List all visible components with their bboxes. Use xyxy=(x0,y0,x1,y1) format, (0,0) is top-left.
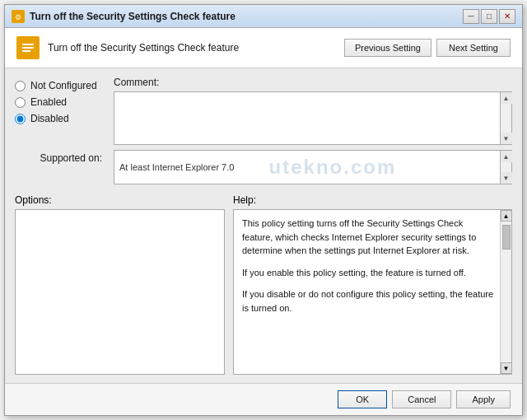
options-col-label: Options: xyxy=(15,194,225,206)
svg-text:⚙: ⚙ xyxy=(15,13,21,21)
help-col-label: Help: xyxy=(233,194,512,206)
radio-input-not-configured[interactable] xyxy=(15,81,26,91)
header-buttons: Previous Setting Next Setting xyxy=(344,39,511,57)
supported-row: Supported on: At least Internet Explorer… xyxy=(5,145,522,189)
window-title: Turn off the Security Settings Check fea… xyxy=(30,11,463,22)
cancel-button[interactable]: Cancel xyxy=(392,390,451,408)
watermark: utekno.com xyxy=(269,156,397,179)
help-scrollbar: ▲ ▼ xyxy=(500,210,511,374)
radio-enabled[interactable]: Enabled xyxy=(15,96,105,108)
radio-input-enabled[interactable] xyxy=(15,97,26,108)
radio-label-not-configured: Not Configured xyxy=(30,80,97,91)
title-bar-controls: ─ □ ✕ xyxy=(463,9,515,24)
supported-value: At least Internet Explorer 7.0 xyxy=(119,162,234,172)
comment-label: Comment: xyxy=(114,77,512,88)
help-paragraph-3: If you disable or do not configure this … xyxy=(242,287,495,315)
title-bar: ⚙ Turn off the Security Settings Check f… xyxy=(5,5,522,28)
supported-label: Supported on: xyxy=(40,152,102,164)
svg-rect-5 xyxy=(22,50,30,52)
radio-not-configured[interactable]: Not Configured xyxy=(15,80,105,91)
next-setting-button[interactable]: Next Setting xyxy=(436,39,511,57)
svg-rect-4 xyxy=(22,47,34,49)
help-scroll-down[interactable]: ▼ xyxy=(501,362,512,374)
minimize-button[interactable]: ─ xyxy=(463,9,479,24)
supported-value-box: At least Internet Explorer 7.0 utekno.co… xyxy=(114,150,501,184)
footer: OK Cancel Apply xyxy=(5,383,522,415)
header-title: Turn off the Security Settings Check fea… xyxy=(48,42,239,54)
main-window: ⚙ Turn off the Security Settings Check f… xyxy=(4,4,523,416)
panels-row: This policy setting turns off the Securi… xyxy=(5,209,522,383)
supported-scroll-up[interactable]: ▲ xyxy=(501,151,512,162)
header-icon xyxy=(16,36,40,59)
header-left: Turn off the Security Settings Check fea… xyxy=(16,36,344,59)
help-scroll-thumb[interactable] xyxy=(502,225,511,250)
options-help-labels: Options: Help: xyxy=(5,189,522,209)
close-button[interactable]: ✕ xyxy=(499,9,515,24)
header-section: Turn off the Security Settings Check fea… xyxy=(5,28,522,68)
options-label: Options: xyxy=(15,194,52,206)
comment-scroll-down[interactable]: ▼ xyxy=(501,133,512,144)
options-panel xyxy=(15,209,225,375)
radio-label-disabled: Disabled xyxy=(30,113,69,124)
supported-label-col: Supported on: xyxy=(15,150,105,164)
supported-wrapper: At least Internet Explorer 7.0 utekno.co… xyxy=(114,150,512,184)
help-content: This policy setting turns off the Securi… xyxy=(234,210,511,374)
apply-button[interactable]: Apply xyxy=(456,390,511,408)
comment-textarea[interactable] xyxy=(114,91,501,145)
supported-scrollbar: ▲ ▼ xyxy=(501,150,512,184)
help-paragraph-1: This policy setting turns off the Securi… xyxy=(242,217,495,258)
comment-scroll-up[interactable]: ▲ xyxy=(501,92,512,104)
radio-input-disabled[interactable] xyxy=(15,114,26,124)
radio-comment-row: Not Configured Enabled Disabled Comment: xyxy=(5,68,522,145)
help-scroll-up[interactable]: ▲ xyxy=(501,210,512,222)
radio-group: Not Configured Enabled Disabled xyxy=(15,77,105,145)
comment-section: Comment: ▲ ▼ xyxy=(114,77,512,145)
radio-disabled[interactable]: Disabled xyxy=(15,113,105,124)
help-paragraph-2: If you enable this policy setting, the f… xyxy=(242,266,495,280)
supported-scroll-down[interactable]: ▼ xyxy=(501,172,512,184)
previous-setting-button[interactable]: Previous Setting xyxy=(344,39,431,57)
radio-label-enabled: Enabled xyxy=(30,96,67,108)
content-area: Not Configured Enabled Disabled Comment: xyxy=(5,68,522,383)
help-panel: This policy setting turns off the Securi… xyxy=(233,209,512,375)
comment-scrollbar: ▲ ▼ xyxy=(501,91,512,145)
svg-rect-3 xyxy=(22,44,34,45)
maximize-button[interactable]: □ xyxy=(481,9,497,24)
help-label: Help: xyxy=(233,194,256,206)
ok-button[interactable]: OK xyxy=(338,390,387,408)
window-icon: ⚙ xyxy=(12,10,25,23)
comment-input-wrapper: ▲ ▼ xyxy=(114,91,512,145)
